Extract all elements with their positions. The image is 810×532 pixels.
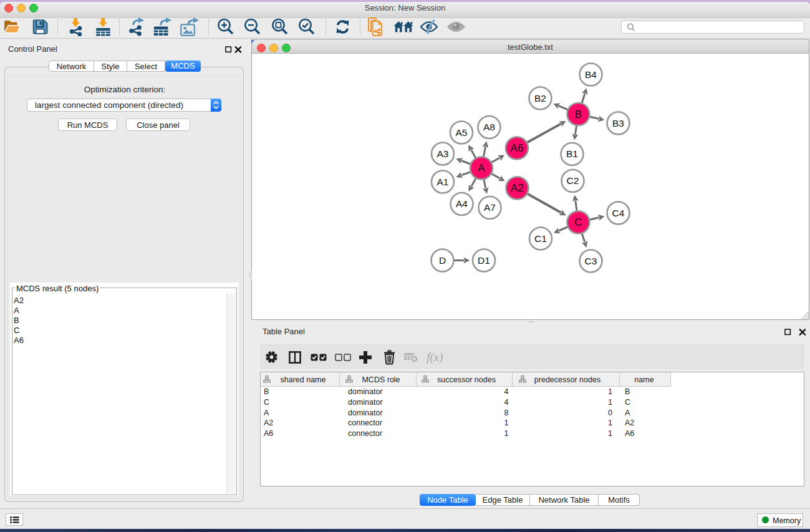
svg-text:D1: D1	[478, 255, 490, 266]
svg-text:D: D	[439, 255, 446, 266]
svg-text:A6: A6	[511, 142, 524, 154]
svg-text:A2: A2	[511, 182, 524, 194]
svg-text:B4: B4	[585, 69, 597, 80]
svg-text:A: A	[478, 162, 485, 174]
svg-text:C1: C1	[534, 233, 547, 244]
svg-text:A8: A8	[483, 122, 495, 132]
svg-text:A1: A1	[437, 177, 449, 187]
svg-text:B2: B2	[534, 93, 546, 104]
svg-text:B3: B3	[612, 118, 624, 128]
svg-text:C4: C4	[612, 208, 625, 218]
svg-text:A7: A7	[484, 202, 496, 213]
svg-text:A3: A3	[437, 148, 449, 159]
svg-text:A4: A4	[456, 198, 468, 209]
svg-text:C2: C2	[567, 175, 579, 186]
svg-text:B: B	[575, 109, 582, 120]
svg-text:C3: C3	[585, 256, 597, 266]
svg-text:C: C	[574, 216, 582, 228]
svg-text:B1: B1	[566, 148, 578, 159]
svg-text:A5: A5	[456, 127, 468, 138]
